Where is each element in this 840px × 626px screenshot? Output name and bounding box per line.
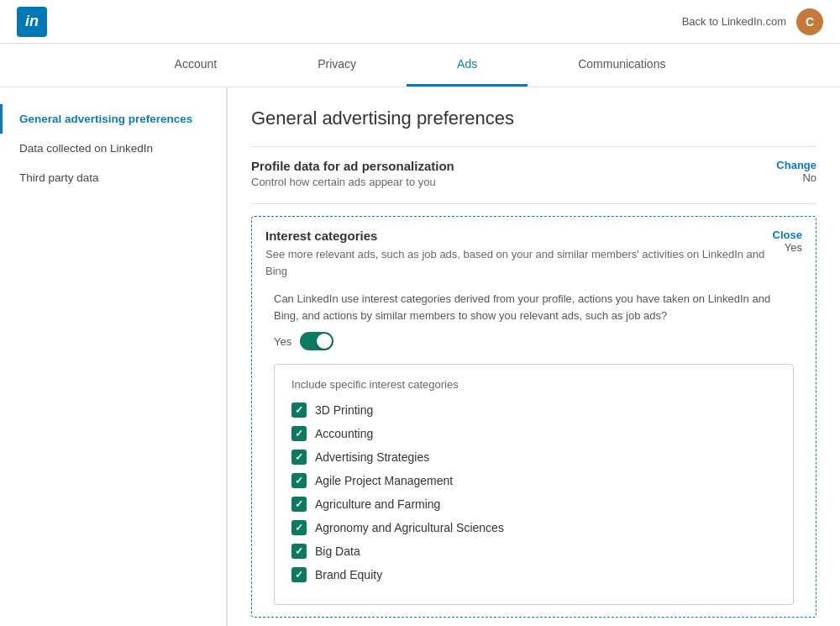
profile-section-desc: Control how certain ads appear to you: [251, 176, 454, 188]
category-label: Brand Equity: [315, 568, 382, 581]
toggle-question: Can LinkedIn use interest categories der…: [274, 291, 794, 324]
toggle-knob: [317, 334, 332, 349]
interest-panel-value: Yes: [773, 241, 802, 254]
category-checkbox-agile[interactable]: [291, 473, 307, 488]
linkedin-logo: in: [17, 7, 47, 37]
back-to-linkedin-link[interactable]: Back to LinkedIn.com: [682, 15, 786, 28]
tab-communications[interactable]: Communications: [528, 44, 716, 87]
category-label: Agronomy and Agricultural Sciences: [315, 521, 504, 534]
profile-section-value: No: [776, 171, 816, 184]
tab-ads[interactable]: Ads: [407, 44, 528, 87]
profile-section-action: Change No: [776, 159, 816, 184]
interest-panel-desc: See more relevant ads, such as job ads, …: [265, 246, 773, 279]
category-label: Agile Project Management: [315, 474, 453, 487]
category-checkbox-agriculture[interactable]: [291, 497, 307, 512]
interest-panel: Interest categories See more relevant ad…: [251, 216, 816, 618]
list-item: Agile Project Management: [291, 473, 776, 488]
category-label: Big Data: [315, 544, 360, 558]
profile-section-title: Profile data for ad personalization: [251, 159, 454, 173]
category-label: Advertising Strategies: [315, 450, 429, 464]
interest-panel-action: Close Yes: [773, 229, 802, 254]
page-title: General advertising preferences: [251, 108, 816, 129]
list-item: Accounting: [291, 426, 776, 441]
sidebar-item-general[interactable]: General advertising preferences: [0, 104, 226, 134]
category-label: Accounting: [315, 427, 373, 440]
tab-account[interactable]: Account: [124, 44, 268, 87]
category-checkbox-big-data[interactable]: [291, 544, 307, 559]
categories-box-title: Include specific interest categories: [291, 378, 776, 391]
list-item: Brand Equity: [291, 567, 776, 582]
nav-tabs: Account Privacy Ads Communications: [0, 44, 840, 87]
tab-privacy[interactable]: Privacy: [267, 44, 407, 87]
sidebar-item-data-collected[interactable]: Data collected on LinkedIn: [0, 134, 226, 163]
category-checkbox-advertising[interactable]: [291, 450, 307, 465]
header: in Back to LinkedIn.com C: [0, 0, 840, 44]
profile-section-header: Profile data for ad personalization Cont…: [251, 146, 816, 192]
categories-box: Include specific interest categories 3D …: [274, 364, 794, 605]
sidebar-item-third-party[interactable]: Third party data: [0, 163, 226, 192]
list-item: Agriculture and Farming: [291, 497, 776, 512]
interest-panel-header: Interest categories See more relevant ad…: [265, 229, 802, 279]
toggle-label: Yes: [274, 335, 291, 348]
interest-panel-title: Interest categories: [265, 229, 773, 243]
avatar[interactable]: C: [796, 8, 823, 35]
list-item: Agronomy and Agricultural Sciences: [291, 520, 776, 535]
interest-close-link[interactable]: Close: [773, 229, 802, 241]
category-checkbox-accounting[interactable]: [291, 426, 307, 441]
category-checkbox-agronomy[interactable]: [291, 520, 307, 535]
category-label: 3D Printing: [315, 403, 373, 417]
list-item: Big Data: [291, 544, 776, 559]
main-content: General advertising preferences Profile …: [227, 87, 840, 626]
interest-panel-info: Interest categories See more relevant ad…: [265, 229, 773, 279]
category-checkbox-3d-printing[interactable]: [291, 402, 307, 418]
sidebar: General advertising preferences Data col…: [0, 87, 227, 626]
profile-change-link[interactable]: Change: [776, 159, 816, 171]
list-item: Advertising Strategies: [291, 450, 776, 465]
list-item: 3D Printing: [291, 402, 776, 418]
header-right: Back to LinkedIn.com C: [682, 8, 823, 35]
section-divider: [251, 203, 816, 204]
profile-section-info: Profile data for ad personalization Cont…: [251, 159, 454, 188]
toggle-row: Yes: [274, 332, 794, 350]
interest-toggle[interactable]: [300, 332, 333, 350]
category-label: Agriculture and Farming: [315, 497, 440, 511]
layout: General advertising preferences Data col…: [0, 87, 840, 626]
category-checkbox-brand-equity[interactable]: [291, 567, 307, 582]
